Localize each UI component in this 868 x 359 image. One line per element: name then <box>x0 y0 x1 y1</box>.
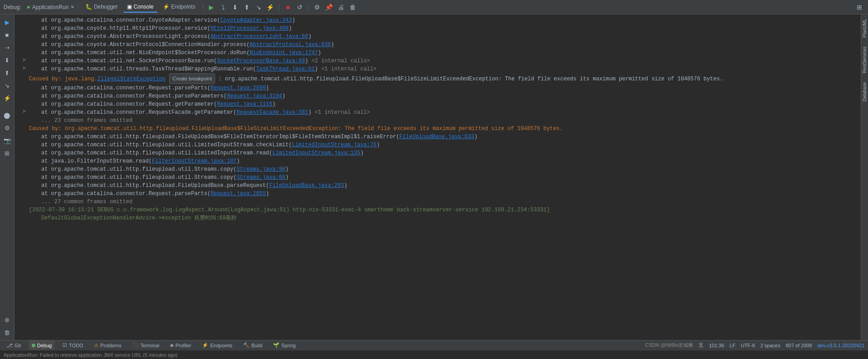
sidebar-threads-btn[interactable]: ⊛ <box>1 314 13 326</box>
link-fileuploadbase-293[interactable]: FileUploadBase.java:293 <box>269 182 344 189</box>
line-content: at org.apache.catalina.connector.Request… <box>29 190 859 198</box>
line-content: at org.apache.coyote.http11.Http11Proces… <box>29 24 859 33</box>
expand-btn[interactable]: ▶ <box>23 65 27 70</box>
link-request-getparameter[interactable]: Request.java:1116 <box>217 101 272 107</box>
link-request-parseparameters[interactable]: Request.java:3194 <box>227 93 282 99</box>
log-line: at org.apache.coyote.AbstractProtocol$Co… <box>14 41 861 49</box>
tab-spring[interactable]: 🌱 Spring <box>270 340 298 350</box>
step-into-button[interactable]: ⬇ <box>230 2 240 12</box>
separator-4 <box>308 4 309 11</box>
link-streams-68[interactable]: Streams.java:68 <box>236 174 285 181</box>
endpoints-icon: ⚡ <box>163 4 170 10</box>
sidebar-stop-btn[interactable]: ■ <box>1 29 13 41</box>
run-config-button[interactable]: ApplicationRun ✕ <box>32 4 74 10</box>
evaluate-button[interactable]: ⚡ <box>265 2 275 12</box>
step-out-button[interactable]: ⬆ <box>242 2 252 12</box>
link-nioendpoint[interactable]: NioEndpoint.java:1747 <box>250 50 318 56</box>
sidebar-frames-btn[interactable]: ⊞ <box>1 147 13 159</box>
link-taskthread[interactable]: TaskThread.java:61 <box>256 66 315 72</box>
link-illegalstateexception[interactable]: IllegalStateException <box>97 76 165 82</box>
notification-bar: ApplicationRun: Failed to retrieve appli… <box>0 350 868 359</box>
line-ending[interactable]: LF <box>730 343 736 348</box>
sidebar-step-into-btn[interactable]: ⬇ <box>1 54 13 66</box>
link-limitedinputstream-76[interactable]: LimitedInputStream.java:76 <box>292 142 377 148</box>
step-over-button[interactable]: ⤵ <box>218 2 228 12</box>
print-button[interactable]: 🖨 <box>336 2 346 12</box>
sidebar-delete-btn[interactable]: 🗑 <box>1 326 13 338</box>
indent-info[interactable]: 2 spaces <box>760 343 780 348</box>
separator-1 <box>78 4 78 11</box>
run-to-cursor-button[interactable]: ↘ <box>254 2 264 12</box>
sidebar-camera-btn[interactable]: 📷 <box>1 135 13 146</box>
link-coyoteadapter[interactable]: CoyoteAdapter.java:343 <box>220 17 292 23</box>
stop-button[interactable]: ■ <box>283 2 293 12</box>
sidebar-step-over-btn[interactable]: ⇢ <box>1 42 13 53</box>
tab-build[interactable]: 🔨 Build <box>241 340 265 350</box>
settings-button[interactable]: ⚙ <box>312 2 322 12</box>
link-abstractprotocol[interactable]: AbstractProtocol.java:836 <box>250 42 331 48</box>
link-abstractprocessorlight[interactable]: AbstractProcessorLight.java:66 <box>211 33 308 40</box>
log-line: at org.apache.coyote.http11.Http11Proces… <box>14 24 861 33</box>
log-line: at org.apache.tomcat.util.net.NioEndpoin… <box>14 49 861 57</box>
top-toolbar: Debug: ● ApplicationRun ✕ 🐛 Debugger ▣ C… <box>0 0 868 14</box>
plantuml-label[interactable]: PlanUML <box>862 19 867 37</box>
database-label[interactable]: Database <box>862 82 867 102</box>
link-streams-98[interactable]: Streams.java:98 <box>236 166 285 173</box>
expand-btn[interactable]: ▶ <box>23 108 27 113</box>
tab-profiler[interactable]: ◈ Profiler <box>167 340 194 350</box>
sidebar-step-out-btn[interactable]: ⬆ <box>1 67 13 79</box>
line-content: DefaultGlobalExceptionHandlerAdvice->exc… <box>29 214 859 222</box>
line-content: at java.io.FilterInputStream.read(Filter… <box>29 157 859 165</box>
encoding[interactable]: UTF-8 <box>741 343 755 348</box>
line-content: at org.apache.tomcat.util.net.NioEndpoin… <box>29 49 859 57</box>
sidebar-evaluate-btn[interactable]: ⚡ <box>1 92 13 104</box>
tab-todo[interactable]: ☑ TODO <box>60 340 86 350</box>
restart-button[interactable]: ↺ <box>295 2 305 12</box>
link-request-2855[interactable]: Request.java:2855 <box>211 191 266 197</box>
right-sidebar: PlanUML RestServices Database <box>861 14 868 340</box>
sidebar-run-cursor-btn[interactable]: ↘ <box>1 79 13 91</box>
line-content: at org.apache.catalina.connector.Request… <box>29 108 859 117</box>
link-requestfacade[interactable]: RequestFacade.java:381 <box>236 109 308 116</box>
sidebar-settings-btn[interactable]: ⚙ <box>1 122 13 134</box>
link-fileuploadbase-633[interactable]: FileUploadBase.java:633 <box>399 134 474 140</box>
sidebar-resume-btn[interactable]: ▶ <box>1 16 13 28</box>
line-position[interactable]: 101:36 <box>709 343 724 348</box>
tab-endpoints[interactable]: ⚡ Endpoints <box>199 340 235 350</box>
line-content: at org.apache.tomcat.util.http.fileuploa… <box>29 133 859 141</box>
console-output[interactable]: at org.apache.catalina.connector.CoyoteA… <box>14 14 861 340</box>
branch-name[interactable]: dev-v3.0.1-20220421 <box>817 343 864 348</box>
run-status-icon: ● <box>27 4 30 11</box>
line-content: at org.apache.tomcat.util.threads.TaskTh… <box>29 65 859 73</box>
line-content: at org.apache.catalina.connector.Request… <box>29 92 859 100</box>
expand-btn[interactable]: ▶ <box>23 57 27 61</box>
line-content: at org.apache.catalina.connector.Request… <box>29 84 859 92</box>
create-breakpoint-tooltip[interactable]: Create breakpoint <box>169 73 215 84</box>
gutter: ▶ <box>16 108 29 113</box>
layout-button[interactable]: ⊞ <box>854 2 864 12</box>
main-content: ▶ ■ ⇢ ⬇ ⬆ ↘ ⚡ ⬤ ⚙ 📷 ⊞ ⊛ 🗑 at org.apache.… <box>0 14 868 340</box>
restservices-label[interactable]: RestServices <box>862 47 867 73</box>
link-socketprocessorbase[interactable]: SocketProcessorBase.java:49 <box>217 58 305 64</box>
tab-debug[interactable]: Debug <box>29 340 54 350</box>
link-request-parseparts[interactable]: Request.java:2899 <box>211 85 266 91</box>
link-filterinputstream[interactable]: FilterInputStream.java:107 <box>152 158 236 164</box>
pin-button[interactable]: 📌 <box>324 2 334 12</box>
tab-git[interactable]: ⎇ Git <box>4 340 24 350</box>
line-content: Caused by: org.apache.tomcat.util.http.f… <box>29 125 859 133</box>
tab-problems[interactable]: ⚠ Problems <box>91 340 124 350</box>
log-line: at org.apache.catalina.connector.Request… <box>14 84 861 92</box>
link-http11processor[interactable]: Http11Processor.java:408 <box>211 25 289 32</box>
log-line: at org.apache.catalina.connector.CoyoteA… <box>14 16 861 24</box>
sidebar-breakpoints-btn[interactable]: ⬤ <box>1 109 13 121</box>
tab-debugger[interactable]: 🐛 Debugger <box>82 2 122 13</box>
tab-console[interactable]: ▣ Console <box>123 2 157 13</box>
clear-button[interactable]: 🗑 <box>348 2 358 12</box>
log-line: at org.apache.tomcat.util.http.fileuploa… <box>14 133 861 141</box>
tab-terminal[interactable]: ⬛ Terminal <box>130 340 162 350</box>
link-limitedinputstream-135[interactable]: LimitedInputStream.java:135 <box>273 150 360 156</box>
resume-button[interactable]: ▶ <box>207 2 217 12</box>
gutter: ▶ <box>16 65 29 70</box>
endpoints-bottom-icon: ⚡ <box>202 342 208 348</box>
tab-endpoints[interactable]: ⚡ Endpoints <box>159 2 199 13</box>
